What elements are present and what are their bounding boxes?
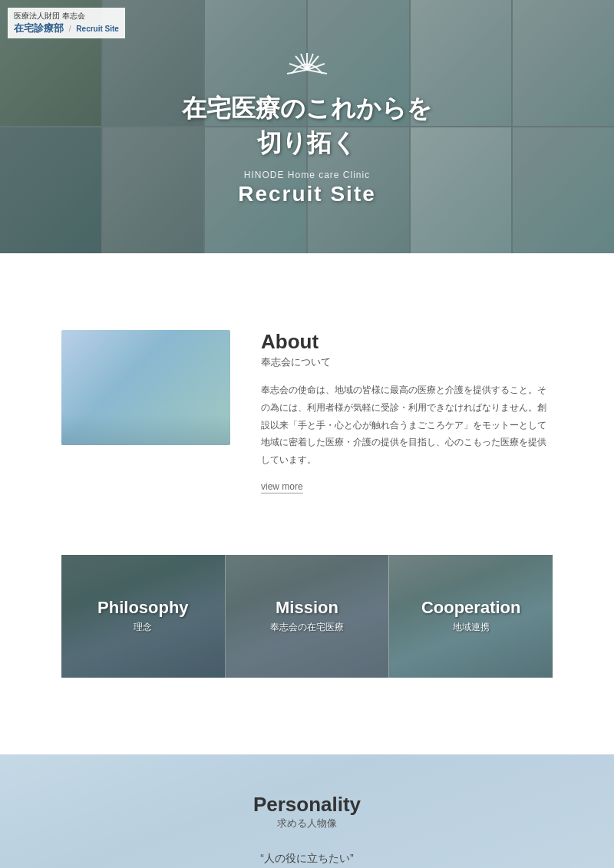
logo-org: 医療法人財団 奉志会 bbox=[14, 11, 119, 21]
card-cooperation-title-en: Cooperation bbox=[421, 598, 521, 618]
personality-item-1: “人の役に立ちたい” bbox=[228, 852, 385, 866]
svg-line-3 bbox=[287, 70, 307, 74]
svg-line-6 bbox=[307, 70, 327, 74]
personality-title-en: Personality bbox=[228, 793, 385, 817]
sun-ray-icon bbox=[280, 47, 334, 85]
about-title-en: About bbox=[261, 330, 553, 354]
card-philosophy-content: Philosophy 理念 bbox=[97, 598, 189, 634]
hero-main-text: 在宅医療のこれからを 切り拓く bbox=[182, 91, 432, 160]
card-philosophy[interactable]: Philosophy 理念 bbox=[61, 555, 225, 678]
hero-clinic-label: HINODE Home care Clinic bbox=[182, 170, 432, 180]
personality-content: Personality 求める人物像 “人の役に立ちたい” “コミュニケーション… bbox=[228, 793, 385, 868]
card-cooperation[interactable]: Cooperation 地域連携 bbox=[389, 555, 553, 678]
logo: 医療法人財団 奉志会 在宅診療部 / Recruit Site bbox=[8, 8, 125, 38]
personality-title-ja: 求める人物像 bbox=[228, 817, 385, 830]
about-section: About 奉志会について 奉志会の使命は、地域の皆様に最高の医療と介護を提供す… bbox=[0, 284, 614, 540]
logo-org-label: 医療法人財団 奉志会 bbox=[14, 12, 85, 20]
card-mission-title-en: Mission bbox=[270, 598, 344, 618]
about-content: About 奉志会について 奉志会の使命は、地域の皆様に最高の医療と介護を提供す… bbox=[261, 330, 553, 493]
card-cooperation-title-ja: 地域連携 bbox=[421, 621, 521, 634]
hero-line1: 在宅医療のこれからを bbox=[182, 94, 432, 122]
hero-section: 在宅医療のこれからを 切り拓く HINODE Home care Clinic … bbox=[0, 0, 614, 253]
hero-line2: 切り拓く bbox=[257, 129, 357, 157]
personality-list: “人の役に立ちたい” “コミュニケーションが好き” “物事をポジティブに考えられ… bbox=[228, 852, 385, 868]
about-image bbox=[61, 330, 230, 445]
card-mission-title-ja: 奉志会の在宅医療 bbox=[270, 621, 344, 634]
hero-site-name: Recruit Site bbox=[182, 182, 432, 206]
spacer-2 bbox=[0, 724, 614, 754]
card-philosophy-title-ja: 理念 bbox=[97, 621, 189, 634]
spacer-1 bbox=[0, 253, 614, 284]
about-body: 奉志会の使命は、地域の皆様に最高の医療と介護を提供すること。その為には、利用者様… bbox=[261, 381, 553, 469]
card-philosophy-title-en: Philosophy bbox=[97, 598, 189, 618]
logo-dept-row: 在宅診療部 / Recruit Site bbox=[14, 21, 119, 35]
card-mission-content: Mission 奉志会の在宅医療 bbox=[270, 598, 344, 634]
about-view-more[interactable]: view more bbox=[261, 481, 303, 493]
logo-divider: / bbox=[69, 24, 71, 35]
hero-text: 在宅医療のこれからを 切り拓く HINODE Home care Clinic … bbox=[182, 91, 432, 206]
cards-section: Philosophy 理念 Mission 奉志会の在宅医療 Cooperati… bbox=[0, 540, 614, 724]
logo-recruit-site: Recruit Site bbox=[76, 25, 119, 33]
card-mission[interactable]: Mission 奉志会の在宅医療 bbox=[225, 555, 390, 678]
card-cooperation-content: Cooperation 地域連携 bbox=[421, 598, 521, 634]
about-title-ja: 奉志会について bbox=[261, 355, 553, 369]
logo-dept-label: 在宅診療部 bbox=[14, 22, 64, 34]
personality-section: Personality 求める人物像 “人の役に立ちたい” “コミュニケーション… bbox=[0, 754, 614, 868]
